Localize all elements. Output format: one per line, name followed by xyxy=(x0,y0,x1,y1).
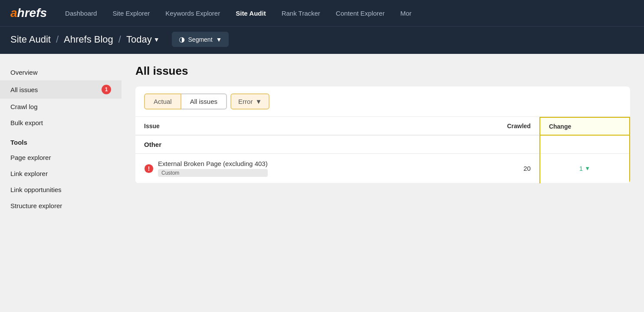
logo-a: a xyxy=(10,6,17,20)
filter-error-button[interactable]: Error ▼ xyxy=(230,93,269,110)
breadcrumb-blog[interactable]: Ahrefs Blog xyxy=(64,34,113,45)
sidebar-item-bulk-export[interactable]: Bulk export xyxy=(0,115,122,131)
today-dropdown-arrow: ▼ xyxy=(154,36,160,43)
sidebar-item-page-explorer[interactable]: Page explorer xyxy=(0,149,122,166)
change-down-arrow: ▼ xyxy=(585,165,590,172)
filter-all-issues-button[interactable]: All issues xyxy=(181,93,227,110)
segment-dropdown-arrow: ▼ xyxy=(216,36,222,43)
tools-section-label: Tools xyxy=(0,131,122,149)
breadcrumb-bar: Site Audit / Ahrefs Blog / Today ▼ ◑ Seg… xyxy=(0,26,644,54)
segment-button[interactable]: ◑ Segment ▼ xyxy=(172,32,229,47)
issue-name: External Broken Page (excluding 403) xyxy=(158,160,268,167)
sidebar-item-all-issues[interactable]: All issues 1 xyxy=(0,80,122,99)
sidebar-item-link-explorer[interactable]: Link explorer xyxy=(0,166,122,182)
filter-row: Actual All issues Error ▼ xyxy=(135,86,630,117)
breadcrumb-today[interactable]: Today ▼ xyxy=(126,34,160,45)
custom-tag: Custom xyxy=(158,169,268,177)
table-header-row: Issue Crawled Change xyxy=(135,117,630,135)
top-nav: ahrefs Dashboard Site Explorer Keywords … xyxy=(0,0,644,26)
change-value: 1 ▼ xyxy=(549,165,621,172)
error-dropdown-arrow: ▼ xyxy=(255,98,262,105)
breadcrumb-sep-2: / xyxy=(118,34,121,45)
issue-name-wrap: External Broken Page (excluding 403) Cus… xyxy=(158,160,268,177)
nav-content-explorer[interactable]: Content Explorer xyxy=(330,7,391,20)
svg-text:!: ! xyxy=(148,165,150,172)
nav-more[interactable]: Mor xyxy=(394,7,417,20)
nav-keywords-explorer[interactable]: Keywords Explorer xyxy=(159,7,226,20)
group-change-cell xyxy=(540,135,630,154)
nav-rank-tracker[interactable]: Rank Tracker xyxy=(276,7,326,20)
breadcrumb-site-audit[interactable]: Site Audit xyxy=(10,34,51,45)
filter-actual-button[interactable]: Actual xyxy=(144,93,181,110)
main-layout: Overview All issues 1 Crawl log Bulk exp… xyxy=(0,54,644,312)
issues-table: Issue Crawled Change Other xyxy=(135,117,630,183)
issue-cell: ! External Broken Page (excluding 403) C… xyxy=(135,154,448,183)
crawled-cell: 20 xyxy=(448,154,540,183)
sidebar-item-crawl-log[interactable]: Crawl log xyxy=(0,99,122,115)
sidebar-item-overview[interactable]: Overview xyxy=(0,64,122,80)
sidebar-item-link-opportunities[interactable]: Link opportunities xyxy=(0,182,122,198)
nav-site-explorer[interactable]: Site Explorer xyxy=(106,7,156,20)
table-row[interactable]: ! External Broken Page (excluding 403) C… xyxy=(135,154,630,183)
nav-dashboard[interactable]: Dashboard xyxy=(59,7,103,20)
nav-site-audit[interactable]: Site Audit xyxy=(230,7,272,20)
group-label: Other xyxy=(135,135,540,154)
logo-hrefs: hrefs xyxy=(17,6,47,20)
col-header-issue: Issue xyxy=(135,117,448,135)
col-header-change: Change xyxy=(540,117,630,135)
sidebar-item-structure-explorer[interactable]: Structure explorer xyxy=(0,198,122,214)
sidebar: Overview All issues 1 Crawl log Bulk exp… xyxy=(0,54,122,312)
all-issues-badge: 1 xyxy=(102,85,111,94)
segment-icon: ◑ xyxy=(179,35,185,43)
table-group-row: Other xyxy=(135,135,630,154)
col-header-crawled: Crawled xyxy=(448,117,540,135)
breadcrumb-sep-1: / xyxy=(56,34,59,45)
page-title: All issues xyxy=(135,64,630,78)
logo[interactable]: ahrefs xyxy=(10,6,47,20)
main-content: All issues Actual All issues Error ▼ Iss… xyxy=(122,54,644,312)
change-cell: 1 ▼ xyxy=(540,154,630,183)
issues-panel: Actual All issues Error ▼ Issue Crawled … xyxy=(135,86,630,183)
error-icon: ! xyxy=(144,164,154,173)
